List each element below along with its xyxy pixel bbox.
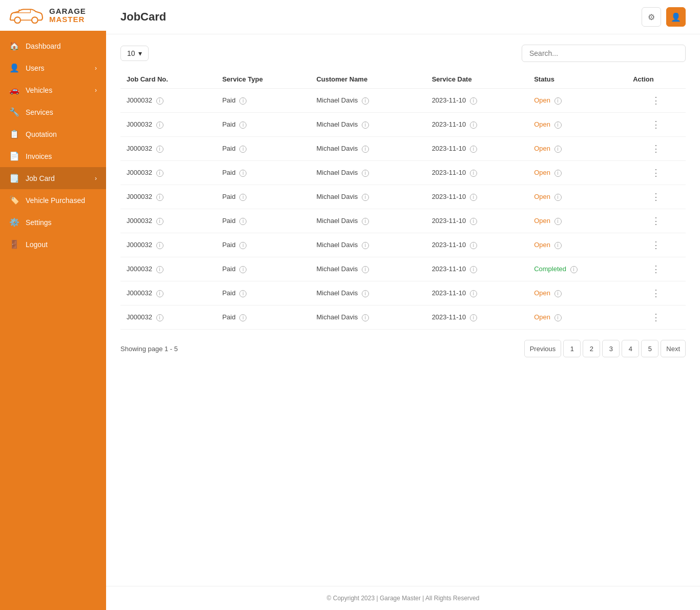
status-info-icon[interactable]: i <box>554 121 562 129</box>
status-info-icon[interactable]: i <box>554 314 562 321</box>
status-info-icon[interactable]: i <box>554 242 562 249</box>
service-date-info-icon[interactable]: i <box>470 121 477 129</box>
next-button[interactable]: Next <box>661 340 686 357</box>
job-card-info-icon[interactable]: i <box>156 218 163 225</box>
cell-action[interactable]: ⋮ <box>627 281 686 306</box>
cell-action[interactable]: ⋮ <box>627 161 686 185</box>
action-menu-button[interactable]: ⋮ <box>633 143 680 154</box>
action-menu-button[interactable]: ⋮ <box>633 191 680 202</box>
settings-button[interactable]: ⚙ <box>642 7 661 27</box>
action-menu-button[interactable]: ⋮ <box>633 119 680 130</box>
cell-action[interactable]: ⋮ <box>627 233 686 257</box>
search-input[interactable] <box>522 45 686 62</box>
service-date-info-icon[interactable]: i <box>470 146 477 153</box>
previous-button[interactable]: Previous <box>524 340 562 357</box>
sidebar-item-jobcard[interactable]: 🗒️ Job Card › <box>0 167 106 189</box>
service-date-info-icon[interactable]: i <box>470 170 477 177</box>
action-menu-button[interactable]: ⋮ <box>633 312 680 323</box>
customer-name-info-icon[interactable]: i <box>362 97 369 105</box>
page-2-button[interactable]: 2 <box>583 340 600 357</box>
service-type-info-icon[interactable]: i <box>239 170 246 177</box>
page-4-button[interactable]: 4 <box>622 340 639 357</box>
customer-name-info-icon[interactable]: i <box>362 121 369 129</box>
service-date-info-icon[interactable]: i <box>470 314 477 321</box>
job-card-info-icon[interactable]: i <box>156 170 163 177</box>
sidebar-item-services[interactable]: 🔧 Services <box>0 101 106 123</box>
page-1-button[interactable]: 1 <box>563 340 581 357</box>
service-date-info-icon[interactable]: i <box>470 266 477 273</box>
cell-action[interactable]: ⋮ <box>627 137 686 161</box>
cell-action[interactable]: ⋮ <box>627 185 686 209</box>
action-menu-button[interactable]: ⋮ <box>633 288 680 299</box>
sidebar-item-settings[interactable]: ⚙️ Settings <box>0 211 106 233</box>
sidebar-item-settings-label: Settings <box>26 218 52 227</box>
cell-status: Open i <box>528 209 627 233</box>
job-card-info-icon[interactable]: i <box>156 146 163 153</box>
customer-name-info-icon[interactable]: i <box>362 170 369 177</box>
status-info-icon[interactable]: i <box>554 146 562 153</box>
status-info-icon[interactable]: i <box>554 290 562 297</box>
action-menu-button[interactable]: ⋮ <box>633 167 680 178</box>
status-info-icon[interactable]: i <box>554 218 562 225</box>
customer-name-info-icon[interactable]: i <box>362 218 369 225</box>
cell-customer-name: Michael Davis i <box>310 257 425 281</box>
page-5-button[interactable]: 5 <box>641 340 658 357</box>
cell-action[interactable]: ⋮ <box>627 257 686 281</box>
job-card-info-icon[interactable]: i <box>156 314 163 321</box>
customer-name-info-icon[interactable]: i <box>362 290 369 297</box>
service-type-info-icon[interactable]: i <box>239 121 246 129</box>
action-menu-button[interactable]: ⋮ <box>633 95 680 106</box>
page-3-button[interactable]: 3 <box>602 340 620 357</box>
action-menu-button[interactable]: ⋮ <box>633 239 680 251</box>
status-info-icon[interactable]: i <box>554 170 562 177</box>
service-date-info-icon[interactable]: i <box>470 218 477 225</box>
status-info-icon[interactable]: i <box>554 194 562 201</box>
service-type-info-icon[interactable]: i <box>239 218 246 225</box>
sidebar-item-dashboard[interactable]: 🏠 Dashboard <box>0 35 106 57</box>
service-type-info-icon[interactable]: i <box>239 314 246 321</box>
job-card-info-icon[interactable]: i <box>156 194 163 201</box>
users-chevron-icon: › <box>95 65 97 72</box>
logout-icon: 🚪 <box>9 239 19 249</box>
sidebar-item-vehicle-purchased[interactable]: 🏷️ Vehicle Purchased <box>0 189 106 211</box>
service-type-info-icon[interactable]: i <box>239 266 246 273</box>
user-avatar-button[interactable]: 👤 <box>666 7 686 27</box>
service-type-info-icon[interactable]: i <box>239 290 246 297</box>
customer-name-info-icon[interactable]: i <box>362 194 369 201</box>
cell-action[interactable]: ⋮ <box>627 306 686 330</box>
table-body: J000032 i Paid i Michael Davis i 2023-11… <box>120 89 686 330</box>
job-card-info-icon[interactable]: i <box>156 242 163 249</box>
customer-name-info-icon[interactable]: i <box>362 242 369 249</box>
sidebar-item-vehicles[interactable]: 🚗 Vehicles › <box>0 79 106 101</box>
action-menu-button[interactable]: ⋮ <box>633 215 680 227</box>
cell-service-date: 2023-11-10 i <box>426 185 528 209</box>
service-date-info-icon[interactable]: i <box>470 242 477 249</box>
action-menu-button[interactable]: ⋮ <box>633 263 680 275</box>
service-type-info-icon[interactable]: i <box>239 97 246 105</box>
service-type-info-icon[interactable]: i <box>239 146 246 153</box>
cell-action[interactable]: ⋮ <box>627 89 686 113</box>
sidebar-item-quotation[interactable]: 📋 Quotation <box>0 123 106 145</box>
sidebar-item-invoices-label: Invoices <box>26 152 52 160</box>
job-card-info-icon[interactable]: i <box>156 266 163 273</box>
job-card-info-icon[interactable]: i <box>156 290 163 297</box>
status-info-icon[interactable]: i <box>554 97 562 105</box>
cell-action[interactable]: ⋮ <box>627 113 686 137</box>
per-page-dropdown[interactable]: 10 ▾ <box>120 46 149 61</box>
service-date-info-icon[interactable]: i <box>470 97 477 105</box>
customer-name-info-icon[interactable]: i <box>362 266 369 273</box>
service-date-info-icon[interactable]: i <box>470 194 477 201</box>
cell-job-card-no: J000032 i <box>120 233 216 257</box>
job-card-info-icon[interactable]: i <box>156 97 163 105</box>
cell-action[interactable]: ⋮ <box>627 209 686 233</box>
job-card-info-icon[interactable]: i <box>156 121 163 129</box>
service-type-info-icon[interactable]: i <box>239 242 246 249</box>
status-info-icon[interactable]: i <box>570 266 578 273</box>
sidebar-item-logout[interactable]: 🚪 Logout <box>0 233 106 255</box>
service-date-info-icon[interactable]: i <box>470 290 477 297</box>
customer-name-info-icon[interactable]: i <box>362 146 369 153</box>
sidebar-item-users[interactable]: 👤 Users › <box>0 57 106 79</box>
customer-name-info-icon[interactable]: i <box>362 314 369 321</box>
service-type-info-icon[interactable]: i <box>239 194 246 201</box>
sidebar-item-invoices[interactable]: 📄 Invoices <box>0 145 106 167</box>
